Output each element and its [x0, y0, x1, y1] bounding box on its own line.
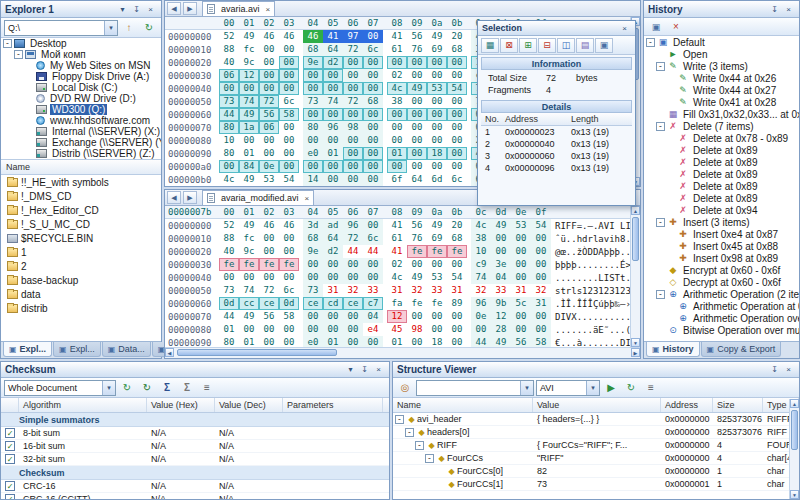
hex-byte[interactable]: 00	[219, 271, 239, 284]
tab-history[interactable]: ▣History	[646, 342, 700, 357]
hex-byte[interactable]: 80	[219, 121, 239, 134]
group-row[interactable]: Checksum	[1, 466, 389, 480]
hex-byte[interactable]: 00	[427, 56, 447, 69]
hex-byte[interactable]: 32	[531, 284, 551, 297]
hex-byte[interactable]: 00	[387, 160, 407, 173]
history-item[interactable]: ✎Write 0x44 at 0x26	[644, 72, 799, 84]
document-tab[interactable]: avaria.avi×	[202, 1, 275, 16]
structure-row[interactable]: ◆FourCCs[1]730x00000011char	[393, 478, 799, 491]
hex-byte[interactable]: 14	[303, 173, 323, 186]
hex-byte[interactable]: 00	[303, 108, 323, 121]
hex-byte[interactable]: 31	[447, 284, 467, 297]
history-item[interactable]: ✗Delete at 0x89	[644, 180, 799, 192]
hex-byte[interactable]: 54	[447, 82, 467, 95]
hex-byte[interactable]: 38	[387, 95, 407, 108]
ascii-text[interactable]: DIVX............	[555, 312, 640, 322]
hex-byte[interactable]: 49	[239, 30, 259, 43]
tab-copy-export[interactable]: ▣Copy & Export	[701, 342, 782, 357]
hex-byte[interactable]: fc	[239, 43, 259, 56]
hex-byte[interactable]: 4c	[471, 219, 491, 232]
checksum-row[interactable]: ✓CRC-16N/AN/A	[1, 480, 389, 493]
expander-icon[interactable]: -	[656, 290, 665, 299]
expander-icon[interactable]: -	[425, 454, 434, 463]
hex-byte[interactable]: 00	[407, 69, 427, 82]
hex-byte[interactable]: 00	[363, 30, 383, 43]
details-row[interactable]: 10x000000230x13 (19)	[481, 126, 632, 138]
tree-item[interactable]: WD300 (Q:)	[1, 104, 161, 115]
hex-byte[interactable]: 00	[343, 147, 363, 160]
scroll-up-icon[interactable]: ▲	[631, 206, 640, 215]
history-item[interactable]: ✗Delete at 0x94	[644, 204, 799, 216]
hex-byte[interactable]: 74	[239, 284, 259, 297]
hex-byte[interactable]: 00	[471, 323, 491, 336]
hex-byte[interactable]: 00	[279, 245, 299, 258]
list-item[interactable]: base-backup	[1, 273, 161, 287]
hex-byte[interactable]: c9	[471, 258, 491, 271]
hex-byte[interactable]: 00	[447, 95, 467, 108]
hex-byte[interactable]: 00	[363, 56, 383, 69]
tree-item[interactable]: -Мой комп	[1, 49, 161, 60]
remove-range-icon[interactable]: ⊟	[538, 38, 556, 53]
hex-byte[interactable]: 00	[219, 160, 239, 173]
hex-byte[interactable]: 56	[259, 310, 279, 323]
bind-structure-icon[interactable]: ◎	[396, 380, 414, 396]
hex-byte[interactable]: 41	[387, 30, 407, 43]
hex-byte[interactable]: 44	[219, 108, 239, 121]
tree-item[interactable]: Internal (\\SERVER) (X:)	[1, 126, 161, 137]
hex-byte[interactable]: 00	[343, 56, 363, 69]
hex-byte[interactable]: 52	[219, 30, 239, 43]
history-item[interactable]: -✚Insert (3 items)	[644, 216, 799, 228]
hex-byte[interactable]: 00	[323, 258, 343, 271]
sum-icon[interactable]: Σ	[158, 380, 176, 396]
hex-byte[interactable]: 96	[323, 121, 343, 134]
ascii-text[interactable]: .......äE˜...(..	[555, 325, 640, 335]
hex-byte[interactable]: 00	[363, 258, 383, 271]
hex-byte[interactable]: 31	[531, 297, 551, 310]
hex-byte[interactable]: 12	[387, 310, 407, 323]
hex-byte[interactable]: d2	[323, 245, 343, 258]
hex-byte[interactable]: 00	[407, 95, 427, 108]
hex-byte[interactable]: 01	[239, 147, 259, 160]
hex-byte[interactable]: 00	[447, 160, 467, 173]
hex-byte[interactable]: 00	[323, 173, 343, 186]
hex-byte[interactable]: 12	[239, 69, 259, 82]
hex-byte[interactable]: 00	[511, 271, 531, 284]
expander-icon[interactable]: -	[405, 428, 414, 437]
hex-byte[interactable]: 68	[303, 232, 323, 245]
hex-byte[interactable]: 33	[363, 284, 383, 297]
list-item[interactable]: 1	[1, 245, 161, 259]
expander-icon[interactable]: -	[656, 62, 665, 71]
hex-byte[interactable]: 61	[387, 232, 407, 245]
expander-icon[interactable]: -	[415, 441, 424, 450]
hex-byte[interactable]: 20	[447, 219, 467, 232]
hex-byte[interactable]: 00	[363, 121, 383, 134]
hex-byte[interactable]: 89	[447, 297, 467, 310]
expander-icon[interactable]: -	[656, 122, 665, 131]
hex-byte[interactable]: 00	[239, 271, 259, 284]
structure-row[interactable]: ◆FourCCs[0]820x00000001char	[393, 465, 799, 478]
pin-icon[interactable]: ↧	[768, 364, 781, 376]
checkbox[interactable]: ✓	[5, 428, 15, 438]
hex-byte[interactable]: 00	[427, 69, 447, 82]
hex-byte[interactable]: 68	[447, 43, 467, 56]
history-item[interactable]: ✗Delete at 0x89	[644, 144, 799, 156]
hex-byte[interactable]: 49	[239, 219, 259, 232]
hex-byte[interactable]: 46	[259, 30, 279, 43]
hex-byte[interactable]: 06	[219, 69, 239, 82]
close-tab-icon[interactable]: ×	[305, 194, 310, 203]
history-item[interactable]: ✎Write 0x44 at 0x27	[644, 84, 799, 96]
hex-byte[interactable]: 73	[303, 95, 323, 108]
hex-byte[interactable]: 00	[343, 160, 363, 173]
group-row[interactable]: Simple summators	[1, 413, 389, 427]
hex-byte[interactable]: 00	[407, 56, 427, 69]
chevron-down-icon[interactable]: ▾	[116, 3, 129, 15]
chevron-down-icon[interactable]: ▾	[344, 364, 357, 376]
hex-byte[interactable]: 00	[259, 232, 279, 245]
path-combo[interactable]: Q:\ ▾	[4, 20, 118, 36]
hex-byte[interactable]: 02	[387, 258, 407, 271]
hex-byte[interactable]: 32	[343, 284, 363, 297]
hex-byte[interactable]: 49	[427, 219, 447, 232]
refresh-icon[interactable]: ↻	[622, 380, 640, 396]
hex-byte[interactable]: 00	[259, 56, 279, 69]
structure-row[interactable]: -◆headers[0]0x0000000825373076RIFF	[393, 426, 799, 439]
